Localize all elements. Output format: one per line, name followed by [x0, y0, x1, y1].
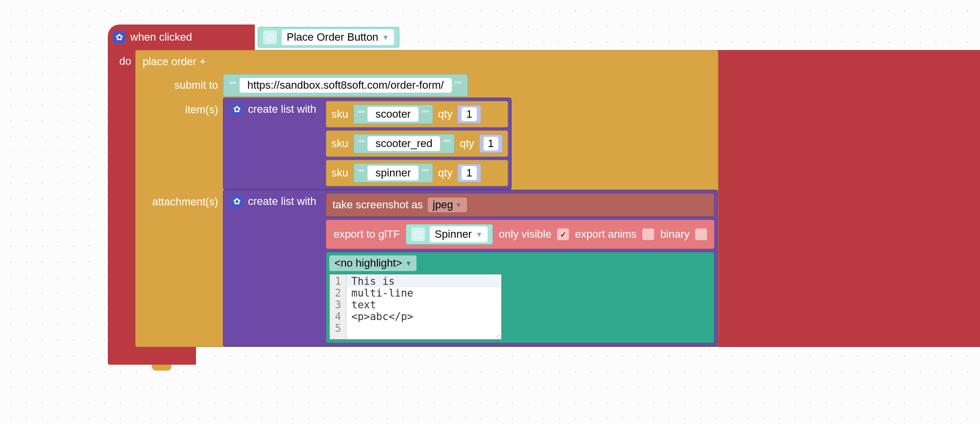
- gltf-object-selector[interactable]: Spinner▼: [406, 224, 493, 245]
- qty-label: qty: [438, 167, 452, 179]
- chevron-down-icon: ▼: [476, 230, 483, 238]
- order-item-block[interactable]: sku ““ scooter ”” qty 1: [326, 101, 508, 127]
- submit-to-label: submit to: [136, 73, 223, 98]
- sku-text-block[interactable]: ““ scooter ””: [353, 104, 433, 124]
- quote-icon: ””: [443, 137, 450, 150]
- quote-icon: ””: [421, 167, 429, 179]
- do-label: do: [108, 50, 135, 347]
- take-screenshot-block[interactable]: take screenshot as jpeg ▼: [326, 193, 714, 217]
- gear-icon[interactable]: [230, 195, 243, 208]
- export-anims-label: export anims: [575, 228, 637, 241]
- sku-field[interactable]: scooter_red: [368, 136, 440, 151]
- event-label: when clicked: [130, 31, 192, 44]
- quote-icon: ““: [358, 167, 365, 179]
- sku-field[interactable]: spinner: [368, 166, 418, 180]
- chevron-down-icon: ▼: [382, 33, 389, 41]
- gltf-object-name: Spinner: [435, 228, 472, 241]
- qty-field[interactable]: 1: [484, 137, 498, 150]
- sku-field[interactable]: scooter: [368, 107, 418, 122]
- place-order-title: place order +: [136, 50, 718, 73]
- event-body: do place order + submit to ““ https://sa…: [108, 50, 980, 347]
- only-visible-label: only visible: [499, 228, 552, 241]
- code-line[interactable]: text: [351, 299, 496, 311]
- export-anims-checkbox[interactable]: [642, 228, 654, 240]
- code-editor[interactable]: 12345 This is multi-line text <p>abc</p>: [329, 274, 502, 340]
- qty-number-block[interactable]: 1: [457, 105, 481, 124]
- sku-label: sku: [331, 108, 348, 121]
- url-field[interactable]: https://sandbox.soft8soft.com/order-form…: [240, 78, 452, 93]
- create-list-items-block[interactable]: create list with sku ““ scooter ””: [223, 98, 512, 190]
- quote-icon: ““: [358, 137, 365, 150]
- gear-icon[interactable]: [230, 103, 243, 116]
- gltf-label: export to glTF: [333, 228, 400, 241]
- sku-label: sku: [331, 167, 348, 179]
- block-connector-tab: [152, 365, 172, 371]
- highlight-dropdown[interactable]: <no highlight> ▼: [329, 255, 416, 271]
- items-label: item(s): [136, 98, 223, 122]
- qty-field[interactable]: 1: [462, 107, 476, 121]
- qty-label: qty: [438, 108, 452, 121]
- cube-icon: [411, 227, 425, 241]
- object-name: Place Order Button: [287, 31, 378, 44]
- create-list-label: create list with: [248, 195, 316, 208]
- screenshot-format-dropdown[interactable]: jpeg ▼: [428, 198, 466, 212]
- chevron-down-icon: ▼: [455, 201, 462, 209]
- create-list-label: create list with: [248, 103, 316, 116]
- code-line[interactable]: multi-line: [351, 287, 496, 299]
- event-foot: [108, 347, 196, 365]
- qty-number-block[interactable]: 1: [457, 164, 481, 182]
- code-line[interactable]: This is: [346, 275, 501, 287]
- quote-icon: ””: [421, 108, 429, 121]
- qty-number-block[interactable]: 1: [479, 134, 503, 153]
- place-order-block[interactable]: place order + submit to ““ https://sandb…: [135, 50, 718, 347]
- resize-handle-icon[interactable]: ⋰: [346, 335, 501, 339]
- export-gltf-block[interactable]: export to glTF Spinner▼ only visible ✓ e…: [326, 220, 714, 249]
- qty-field[interactable]: 1: [462, 166, 476, 180]
- cube-icon: [263, 30, 277, 44]
- multiline-text-block[interactable]: <no highlight> ▼ 12345 This: [326, 252, 714, 343]
- binary-label: binary: [660, 228, 689, 241]
- quote-icon: ““: [229, 79, 237, 92]
- object-selector[interactable]: Place Order Button▼: [258, 27, 399, 48]
- chevron-down-icon: ▼: [405, 259, 412, 267]
- screenshot-label: take screenshot as: [332, 199, 423, 211]
- qty-label: qty: [460, 137, 474, 150]
- quote-icon: ””: [455, 79, 462, 92]
- code-line[interactable]: <p>abc</p>: [351, 311, 496, 323]
- binary-checkbox[interactable]: [695, 228, 707, 240]
- only-visible-checkbox[interactable]: ✓: [557, 228, 569, 240]
- url-text-block[interactable]: ““ https://sandbox.soft8soft.com/order-f…: [223, 74, 468, 97]
- code-line[interactable]: [351, 323, 496, 334]
- order-item-block[interactable]: sku ““ scooter_red ”” qty 1: [326, 130, 508, 157]
- line-gutter: 12345: [330, 274, 346, 339]
- gear-icon[interactable]: [113, 31, 125, 44]
- create-list-attachments-block[interactable]: create list with take screenshot as jpeg…: [223, 190, 718, 347]
- event-when-clicked-block[interactable]: when clicked: [108, 25, 255, 50]
- order-item-block[interactable]: sku ““ spinner ”” qty 1: [326, 160, 508, 186]
- sku-label: sku: [331, 137, 348, 150]
- attachments-label: attachment(s): [136, 190, 223, 214]
- sku-text-block[interactable]: ““ spinner ””: [353, 163, 433, 183]
- quote-icon: ““: [358, 108, 365, 121]
- blockly-workspace[interactable]: when clicked Place Order Button▼ do plac…: [0, 0, 980, 371]
- sku-text-block[interactable]: ““ scooter_red ””: [353, 134, 455, 153]
